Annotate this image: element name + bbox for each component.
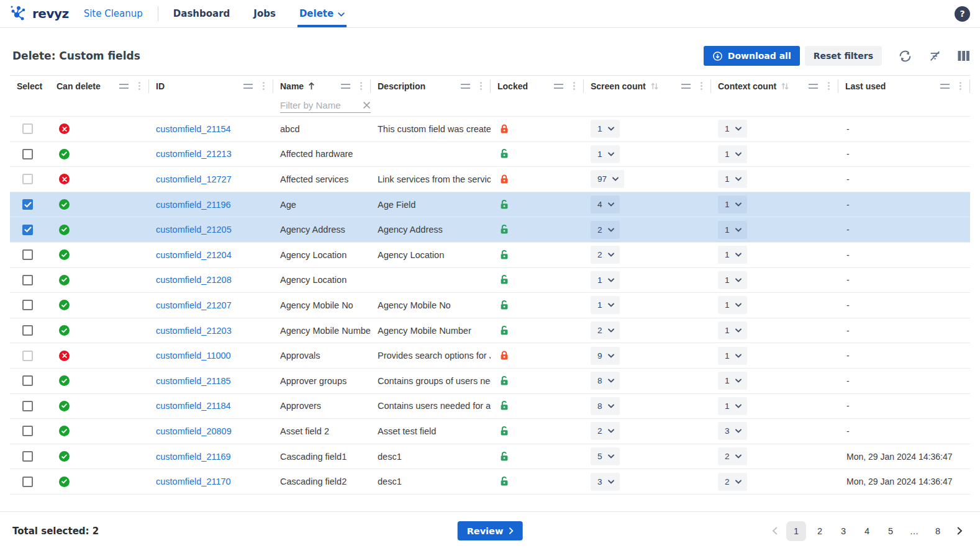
screen-count-dropdown[interactable]: 8: [591, 372, 620, 390]
column-options-icon[interactable]: [573, 85, 575, 87]
row-checkbox[interactable]: [22, 375, 33, 386]
nav-product-name[interactable]: Site Cleanup: [84, 0, 143, 27]
context-count-dropdown[interactable]: 2: [718, 447, 747, 465]
column-menu-icon[interactable]: [554, 84, 563, 89]
row-id-link[interactable]: customfield_21184: [156, 401, 231, 411]
column-menu-icon[interactable]: [809, 84, 818, 89]
screen-count-dropdown[interactable]: 1: [591, 120, 620, 138]
nav-item-jobs[interactable]: Jobs: [253, 0, 276, 27]
screen-count-dropdown[interactable]: 97: [591, 170, 624, 188]
screen-count-dropdown[interactable]: 2: [591, 422, 620, 440]
column-options-icon[interactable]: [360, 85, 362, 87]
row-checkbox[interactable]: [22, 426, 33, 436]
brand[interactable]: revyz: [10, 0, 69, 27]
screen-count-dropdown[interactable]: 2: [591, 246, 620, 264]
column-options-icon[interactable]: [263, 85, 265, 87]
row-checkbox[interactable]: [22, 199, 33, 210]
row-id-link[interactable]: customfield_21170: [156, 477, 231, 486]
screen-count-dropdown[interactable]: 1: [591, 271, 620, 289]
row-id-link[interactable]: customfield_12727: [156, 174, 232, 184]
context-count-dropdown[interactable]: 1: [718, 145, 747, 163]
context-count-dropdown[interactable]: 1: [718, 246, 747, 264]
screen-count-dropdown[interactable]: 4: [591, 195, 620, 213]
row-id-link[interactable]: customfield_21185: [156, 376, 231, 386]
row-id-link[interactable]: customfield_21203: [156, 326, 232, 336]
refresh-icon[interactable]: [898, 49, 912, 63]
column-options-icon[interactable]: [138, 85, 140, 87]
row-id-link[interactable]: customfield_21204: [156, 250, 232, 260]
column-menu-icon[interactable]: [461, 84, 470, 89]
column-menu-icon[interactable]: [119, 84, 129, 89]
row-checkbox[interactable]: [22, 351, 33, 361]
column-menu-icon[interactable]: [940, 84, 950, 89]
context-count-dropdown[interactable]: 2: [718, 473, 747, 491]
column-options-icon[interactable]: [701, 85, 702, 87]
screen-count-dropdown[interactable]: 2: [591, 221, 620, 239]
context-count-dropdown[interactable]: 1: [718, 170, 747, 188]
column-header-screen_count[interactable]: Screen count: [584, 79, 711, 93]
row-checkbox[interactable]: [22, 174, 33, 184]
review-button[interactable]: Review: [458, 521, 523, 540]
context-count-dropdown[interactable]: 1: [718, 271, 747, 289]
column-header-last_used[interactable]: Last used: [838, 79, 970, 93]
page-button-8[interactable]: 8: [928, 521, 948, 541]
row-id-link[interactable]: customfield_21208: [156, 275, 232, 285]
screen-count-dropdown[interactable]: 8: [591, 397, 620, 415]
row-id-link[interactable]: customfield_20809: [156, 426, 232, 436]
row-id-link[interactable]: customfield_21207: [156, 300, 232, 310]
row-checkbox[interactable]: [22, 123, 33, 134]
download-all-button[interactable]: Download all: [704, 46, 800, 66]
context-count-dropdown[interactable]: 1: [718, 296, 747, 314]
screen-count-dropdown[interactable]: 2: [591, 321, 620, 339]
row-checkbox[interactable]: [22, 477, 33, 487]
screen-count-dropdown[interactable]: 1: [591, 296, 620, 314]
column-header-locked[interactable]: Locked: [491, 79, 584, 93]
column-header-context_count[interactable]: Context count: [711, 79, 838, 93]
context-count-dropdown[interactable]: 1: [718, 397, 747, 415]
row-id-link[interactable]: customfield_21196: [156, 200, 231, 210]
row-id-link[interactable]: customfield_21154: [156, 124, 231, 134]
column-options-icon[interactable]: [480, 85, 482, 87]
screen-count-dropdown[interactable]: 5: [591, 447, 620, 465]
screen-count-dropdown[interactable]: 1: [591, 145, 620, 163]
column-header-description[interactable]: Description: [371, 79, 491, 93]
row-checkbox[interactable]: [22, 149, 33, 159]
row-checkbox[interactable]: [22, 300, 33, 310]
context-count-dropdown[interactable]: 1: [718, 321, 747, 339]
next-page-icon[interactable]: [951, 521, 968, 541]
row-id-link[interactable]: customfield_21205: [156, 225, 232, 235]
clear-filter-icon[interactable]: [363, 101, 371, 109]
row-id-link[interactable]: customfield_21213: [156, 149, 232, 159]
reset-filters-button[interactable]: Reset filters: [805, 46, 882, 66]
page-button-1[interactable]: 1: [786, 521, 806, 541]
page-button-3[interactable]: 3: [833, 521, 853, 541]
context-count-dropdown[interactable]: 1: [718, 347, 747, 365]
column-options-icon[interactable]: [828, 85, 830, 87]
nav-item-dashboard[interactable]: Dashboard: [173, 0, 230, 27]
column-header-can_delete[interactable]: Can delete: [50, 79, 149, 93]
column-options-icon[interactable]: [960, 85, 961, 87]
name-filter-input[interactable]: [280, 100, 359, 110]
column-header-id[interactable]: ID: [149, 79, 273, 93]
screen-count-dropdown[interactable]: 9: [591, 347, 620, 365]
context-count-dropdown[interactable]: 1: [718, 195, 747, 213]
column-menu-icon[interactable]: [243, 84, 253, 89]
context-count-dropdown[interactable]: 1: [718, 120, 747, 138]
page-button-2[interactable]: 2: [810, 521, 830, 541]
row-checkbox[interactable]: [22, 451, 33, 462]
context-count-dropdown[interactable]: 1: [718, 221, 747, 239]
row-checkbox[interactable]: [22, 225, 33, 235]
nav-item-delete[interactable]: Delete: [299, 0, 345, 27]
column-menu-icon[interactable]: [341, 84, 350, 89]
row-id-link[interactable]: customfield_11000: [156, 351, 231, 361]
page-button-4[interactable]: 4: [857, 521, 877, 541]
column-header-name[interactable]: Name: [273, 79, 371, 93]
page-button-5[interactable]: 5: [881, 521, 901, 541]
context-count-dropdown[interactable]: 1: [718, 372, 747, 390]
row-checkbox[interactable]: [22, 275, 33, 285]
row-checkbox[interactable]: [22, 249, 33, 260]
context-count-dropdown[interactable]: 3: [718, 422, 747, 440]
previous-page-icon[interactable]: [766, 521, 783, 541]
row-checkbox[interactable]: [22, 325, 33, 336]
column-header-select[interactable]: Select: [10, 79, 50, 93]
